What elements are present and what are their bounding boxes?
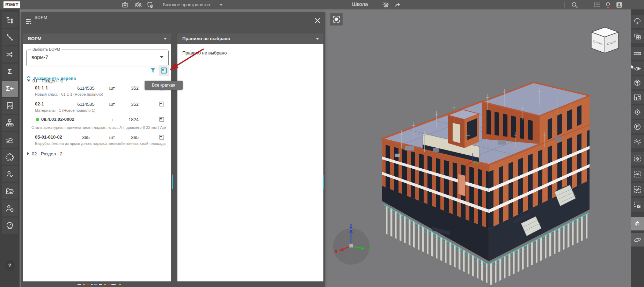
workspace-selector[interactable]: Базовое пространство (163, 0, 210, 9)
workspace-label: Базовое пространство (163, 2, 210, 7)
account-icon[interactable] (615, 1, 623, 9)
row-description: Сталь арматурная горячекатаная гладкая, … (31, 125, 166, 130)
sidebar-item-relations[interactable] (2, 29, 18, 45)
select-similar-icon (633, 32, 642, 41)
notifications-icon[interactable] (604, 1, 612, 9)
sidebar-item-2d[interactable]: 2D (2, 98, 18, 114)
mouse-cursor-icon (631, 65, 635, 70)
tree-mode-icon (633, 17, 642, 25)
axis-z-label: Z (350, 224, 352, 229)
focus-selection-button[interactable] (330, 13, 343, 25)
toolbar-grid-axes-button[interactable] (631, 135, 644, 148)
section-1-label: 01 - Раздел - 1 (32, 78, 63, 83)
panel-menu-icon[interactable] (25, 18, 33, 25)
app-logo[interactable]: BiMiT (3, 1, 20, 8)
vorm-select-value: ворм-7 (31, 54, 48, 60)
row-qty: 6114535 (65, 102, 107, 107)
brief-view-toggle-button[interactable] (159, 65, 169, 76)
tree-row-4[interactable]: 05-01-010-02 365 шт 365 Вырубка бетона и… (23, 134, 171, 150)
tree-section-2[interactable]: 02 - Раздел - 2 (27, 150, 63, 157)
focus-target-icon (633, 108, 642, 116)
sidebar-item-hierarchy[interactable] (2, 115, 18, 131)
hide-eye-icon (633, 185, 642, 194)
vorm-select[interactable]: Выбрать ВОРМ ворм-7 (26, 50, 169, 66)
vorm-panel-header[interactable]: ВОРМ (23, 34, 171, 44)
panel-resize-gripper-left[interactable] (172, 175, 173, 189)
search-icon[interactable] (571, 1, 578, 9)
sidebar-item-folder-export[interactable] (2, 183, 18, 199)
row-count: 365 (110, 135, 139, 140)
application-window: Слева Сзади Z X Y (0, 0, 644, 287)
toolbar-focus-button[interactable] (631, 105, 644, 119)
workspace-caret-icon[interactable] (219, 4, 223, 6)
vorm-select-caret-icon[interactable] (160, 56, 163, 58)
focus-icon (332, 15, 341, 24)
row-brief-icon[interactable] (159, 134, 164, 140)
toolbar-measure-button[interactable] (631, 47, 644, 60)
row-qty: 365 (65, 135, 107, 140)
logo-dot-1 (8, 3, 9, 4)
toolbar-section-box-button[interactable] (631, 76, 644, 89)
gear-icon[interactable] (382, 1, 390, 9)
top-bar: BiMiT Базовое пространство Школа (0, 0, 644, 9)
panel-resize-gripper-right[interactable] (323, 175, 324, 189)
navigation-cube[interactable]: Слева Сзади (591, 27, 619, 53)
row-description: Материалы - 1 (Новое правило-1) (35, 108, 166, 112)
briefcase-icon[interactable] (121, 1, 129, 9)
sidebar-item-user-check[interactable] (2, 166, 18, 182)
section-2-label: 02 - Раздел - 2 (32, 151, 63, 156)
brief-view-icon (160, 67, 167, 74)
sidebar-item-user-location[interactable] (2, 200, 18, 216)
puzzle-icon (5, 153, 14, 162)
sidebar-item-sum[interactable]: Σ (2, 64, 18, 80)
axis-x-label: X (335, 249, 337, 254)
team-icon[interactable] (134, 1, 142, 9)
toolbar-flag-button[interactable] (631, 120, 644, 133)
toolbar-isolate-button[interactable] (631, 152, 644, 165)
sidebar-item-shuffle[interactable] (2, 46, 18, 62)
tree-section-1[interactable]: 01 - Раздел - 1 (27, 77, 63, 84)
analytics-icon (5, 135, 14, 145)
topbar-divider-right (564, 2, 565, 8)
sidebar-item-dashboard[interactable] (2, 218, 18, 234)
toolbar-floor-plan-button[interactable] (631, 91, 644, 104)
axis-gizmo[interactable]: Z X Y (333, 224, 370, 265)
school-building-3d-model (382, 82, 590, 286)
list-icon[interactable] (593, 1, 601, 9)
toolbar-clear-selection-button[interactable] (631, 198, 644, 212)
filter-icon[interactable] (150, 67, 156, 74)
sidebar-item-plugins[interactable] (2, 149, 18, 165)
toolbar-tree-mode-button[interactable] (631, 15, 644, 28)
tree-row-3[interactable]: 08.4.03.02-0002 - т 1824 Сталь арматурна… (23, 117, 171, 133)
close-icon[interactable] (315, 18, 320, 23)
topbar-divider (158, 2, 158, 8)
section-expanded-caret-icon[interactable] (27, 80, 30, 82)
logo-dot-2 (13, 3, 14, 4)
sidebar-item-sum-add-active[interactable]: Σ+ (2, 81, 18, 97)
sidebar-item-analytics[interactable] (2, 132, 18, 148)
section-collapsed-caret-icon[interactable] (27, 152, 29, 155)
rule-panel-collapse-icon[interactable] (316, 38, 319, 40)
project-title: Школа (352, 1, 368, 7)
left-sidebar: Σ Σ+ 2D (0, 9, 20, 287)
toolbar-orbit-button[interactable] (631, 233, 644, 246)
vorm-panel-collapse-icon[interactable] (163, 38, 167, 40)
toolbar-show-button[interactable] (631, 168, 644, 181)
sidebar-item-tree-structure[interactable] (2, 12, 18, 28)
rule-empty-message: Правило не выбрано (182, 50, 227, 56)
sigma-icon: Σ (8, 68, 12, 75)
rule-panel-header-label: Правило не выбрано (182, 36, 230, 41)
shuffle-icon (5, 50, 14, 59)
shield-status-icon[interactable] (146, 1, 154, 9)
measure-ruler-icon (633, 49, 642, 58)
row-brief-icon[interactable] (159, 117, 164, 122)
toolbar-solid-view-button-active[interactable] (631, 217, 644, 230)
tree-row-2[interactable]: 02-1 6114535 шт 352 Материалы - 1 (Новое… (23, 101, 171, 117)
vorm-panel-header-label: ВОРМ (28, 36, 42, 41)
share-icon[interactable] (394, 1, 402, 9)
toolbar-hide-button[interactable] (631, 183, 644, 196)
toolbar-select-similar-button[interactable] (631, 30, 644, 43)
row-brief-icon[interactable] (159, 101, 164, 107)
help-button[interactable]: ? (5, 260, 15, 271)
rule-panel-header[interactable]: Правило не выбрано (177, 34, 323, 44)
